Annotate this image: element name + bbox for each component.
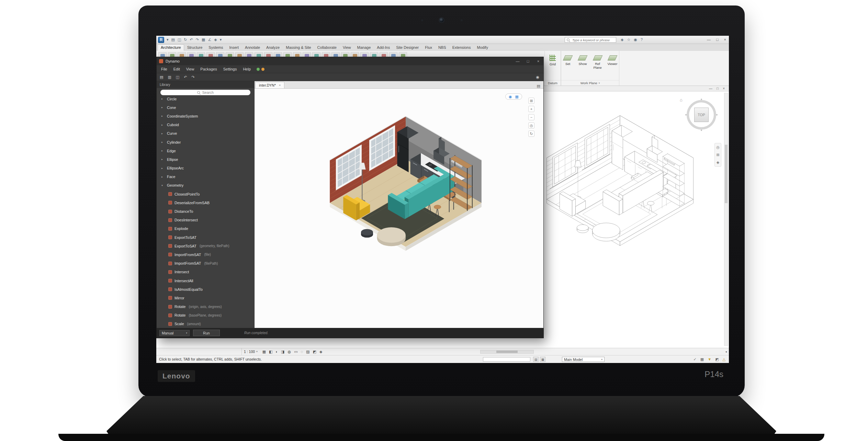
dynamo-close-button[interactable]: × — [533, 59, 543, 63]
zoom-out-icon[interactable]: − — [528, 114, 534, 120]
library-node-mirror[interactable]: Mirror — [157, 294, 254, 302]
close-button[interactable]: × — [724, 37, 726, 42]
sync-icon[interactable]: ↻ — [184, 37, 187, 42]
library-node-distanceto[interactable]: DistanceTo — [157, 207, 254, 216]
help-icon[interactable]: ? — [641, 37, 643, 42]
measure-icon[interactable]: ∠ — [208, 37, 211, 42]
library-category-cylinder[interactable]: ▸Cylinder — [157, 138, 254, 146]
help-search[interactable] — [565, 37, 616, 43]
library-category-ellipse[interactable]: ▸Ellipse — [157, 155, 254, 164]
library-node-exporttosat[interactable]: ExportToSAT — [157, 233, 254, 242]
grid-button[interactable]: Grid — [546, 54, 560, 66]
library-node-doesintersect[interactable]: DoesIntersect — [157, 216, 254, 224]
library-node-importfromsat[interactable]: ImportFromSAT(filePath) — [157, 259, 254, 268]
library-node-isalmostequalto[interactable]: IsAlmostEqualTo — [157, 285, 254, 294]
crop-region-icon[interactable]: ◌ — [301, 350, 303, 354]
tab-insert[interactable]: Insert — [226, 44, 242, 51]
steering-wheel-icon[interactable]: ◎ — [716, 145, 720, 150]
tab-manage[interactable]: Manage — [354, 44, 374, 51]
workspace-tab[interactable]: inter.DYN*× — [255, 82, 284, 88]
favorites-icon[interactable]: ☆ — [627, 37, 630, 42]
view-close-icon[interactable]: × — [723, 87, 725, 90]
viewer-button[interactable]: Viewer — [606, 54, 619, 66]
tab-modify[interactable]: Modify — [474, 44, 491, 51]
library-category-curve[interactable]: ▸Curve — [157, 129, 254, 138]
menu-settings[interactable]: Settings — [220, 67, 240, 71]
save-icon[interactable]: ◫ — [178, 37, 181, 42]
home-icon[interactable]: ⌂ — [680, 97, 683, 102]
tab-extensions[interactable]: Extensions — [449, 44, 474, 51]
select-pin-icon[interactable]: ◩ — [715, 357, 719, 362]
dynamo-window[interactable]: Dynamo —□× FileEditViewPackagesSettingsH… — [156, 57, 544, 338]
reveal-hidden-icon[interactable]: ◩ — [313, 350, 316, 354]
search-input[interactable] — [572, 38, 614, 42]
tab-systems[interactable]: Systems — [205, 44, 226, 51]
graph-view-icon[interactable]: ▦ — [515, 95, 519, 99]
tab-flux[interactable]: Flux — [422, 44, 435, 51]
redo-icon[interactable]: ↷ — [191, 75, 194, 79]
menu-edit[interactable]: Edit — [170, 67, 183, 71]
tab-architecture[interactable]: Architecture — [158, 44, 184, 51]
fit-view-icon[interactable]: ⊞ — [528, 98, 534, 104]
run-button[interactable]: Run — [193, 330, 220, 336]
editable-only-icon[interactable]: ✓ — [694, 357, 697, 362]
set-button[interactable]: Set — [561, 54, 574, 66]
exchange-icon[interactable]: ◈ — [621, 37, 623, 42]
ref-plane-button[interactable]: Ref Plane — [591, 54, 604, 69]
new-icon[interactable]: ▤ — [160, 75, 163, 79]
open-icon[interactable]: ▤ — [171, 37, 175, 42]
warning-icon[interactable]: △ — [723, 357, 725, 362]
dynamo-minimize-button[interactable]: — — [512, 59, 523, 63]
menu-file[interactable]: File — [158, 67, 170, 71]
revit-app-button[interactable]: R — [158, 37, 164, 43]
library-category-cone[interactable]: ▸Cone — [157, 103, 254, 112]
panel-dropdown-icon[interactable]: ▾ — [599, 82, 600, 85]
render-icon[interactable]: ◍ — [288, 350, 291, 354]
filter-icon[interactable]: ▼ — [708, 357, 711, 362]
background-3d-icon[interactable]: ◉ — [509, 95, 512, 99]
menu-help[interactable]: Help — [240, 67, 254, 71]
horizontal-scrollbar[interactable] — [480, 350, 534, 354]
close-tab-icon[interactable]: × — [279, 84, 281, 87]
refresh-icon[interactable]: ↻ — [528, 131, 534, 137]
shadows-icon[interactable]: ◨ — [281, 350, 284, 354]
sun-path-icon[interactable]: ◐ — [275, 350, 278, 354]
tab-structure[interactable]: Structure — [184, 44, 206, 51]
library-node-closestpointto[interactable]: ClosestPointTo — [157, 190, 254, 198]
scroll-left-icon[interactable]: ◂ — [725, 350, 727, 353]
library-node-intersectall[interactable]: IntersectAll — [157, 276, 254, 285]
tag-icon[interactable]: ◈ — [214, 37, 217, 42]
undo-icon[interactable]: ↶ — [184, 75, 187, 79]
library-node-rotate[interactable]: Rotate(basePlane, degrees) — [157, 311, 254, 320]
viewcube-top-face[interactable]: TOP — [694, 108, 709, 122]
library-node-exporttosat[interactable]: ExportToSAT(geometry, filePath) — [157, 242, 254, 250]
undo-icon[interactable]: ↶ — [190, 37, 193, 42]
dropdown-icon[interactable]: ▾ — [220, 37, 222, 42]
zoom-icon[interactable]: ⊞ — [716, 153, 719, 157]
export-image-icon[interactable]: ◉ — [536, 75, 539, 79]
dynamo-titlebar[interactable]: Dynamo —□× — [157, 57, 543, 65]
tab-annotate[interactable]: Annotate — [242, 44, 263, 51]
library-category-coordinatesystem[interactable]: ▸CoordinateSystem — [157, 112, 254, 120]
library-category-geometry[interactable]: ▾Geometry — [157, 181, 254, 190]
library-node-explode[interactable]: Explode — [157, 224, 254, 233]
library-node-deserializefromsab[interactable]: DeserializeFromSAB — [157, 198, 254, 207]
minimize-button[interactable]: — — [707, 37, 711, 42]
pan-icon[interactable]: ◈ — [717, 160, 719, 165]
status-mini-button-1[interactable]: ▤ — [533, 357, 539, 362]
redo-icon[interactable]: ↷ — [196, 37, 199, 42]
menu-packages[interactable]: Packages — [197, 67, 220, 71]
zoom-in-icon[interactable]: + — [528, 106, 534, 112]
library-search-input[interactable]: Search — [160, 90, 250, 95]
library-node-importfromsat[interactable]: ImportFromSAT(file) — [157, 250, 254, 259]
tab-analyze[interactable]: Analyze — [263, 44, 283, 51]
detail-level-icon[interactable]: ▦ — [262, 350, 266, 354]
signin-icon[interactable]: ◉ — [634, 37, 637, 42]
menu-view[interactable]: View — [183, 67, 198, 71]
library-category-edge[interactable]: ▸Edge — [157, 146, 254, 155]
orbit-icon[interactable]: ◎ — [528, 122, 534, 129]
view-restore-icon[interactable]: □ — [717, 87, 719, 90]
dynamo-restore-button[interactable]: □ — [523, 59, 533, 63]
open-icon[interactable]: ▥ — [168, 75, 171, 79]
library-node-scale[interactable]: Scale(amount) — [157, 320, 254, 328]
